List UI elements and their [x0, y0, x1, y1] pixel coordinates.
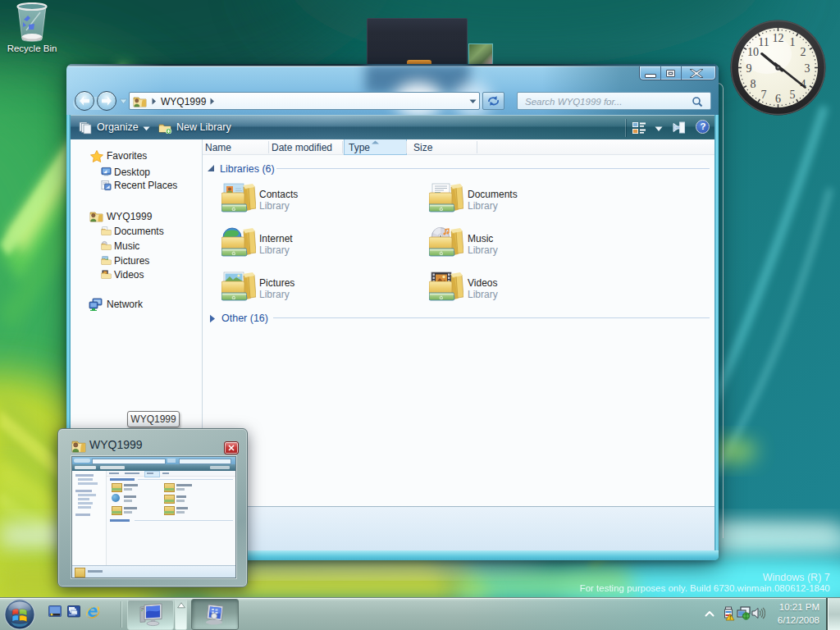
svg-text:10: 10: [747, 46, 759, 58]
svg-text:1: 1: [790, 36, 796, 48]
svg-text:7: 7: [761, 89, 767, 101]
svg-text:2: 2: [801, 46, 806, 58]
svg-text:9: 9: [746, 62, 752, 75]
svg-text:5: 5: [790, 89, 796, 101]
svg-text:8: 8: [751, 78, 756, 90]
svg-text:!: !: [729, 614, 731, 620]
svg-text:3: 3: [805, 62, 810, 75]
svg-text:6: 6: [775, 93, 781, 105]
svg-text:11: 11: [758, 36, 769, 48]
svg-text:12: 12: [773, 32, 784, 44]
